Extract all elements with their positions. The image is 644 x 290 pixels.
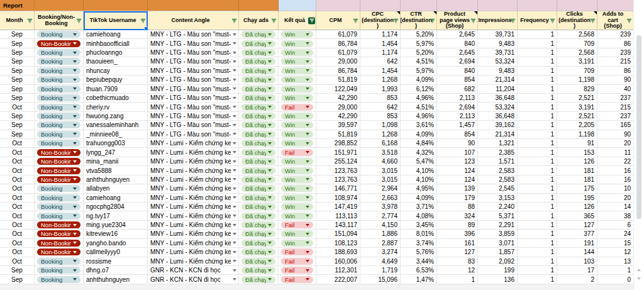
cell-frequency[interactable]: 1 bbox=[518, 103, 557, 111]
cell-cpm[interactable]: 147,419 bbox=[316, 203, 360, 211]
cell-ads[interactable]: Đã chạy bbox=[239, 184, 279, 193]
cell-ppv[interactable]: 161 bbox=[437, 239, 478, 248]
cell-cpc[interactable]: 1,454 bbox=[360, 67, 401, 75]
booking-chip[interactable]: Booking bbox=[37, 267, 80, 274]
cell-ads[interactable]: Đã chạy bbox=[239, 148, 279, 157]
cell-booking[interactable]: Booking bbox=[35, 48, 84, 57]
cell-booking[interactable]: Non-Booking bbox=[35, 166, 84, 175]
cell-ads[interactable]: Đã chạy bbox=[239, 211, 279, 220]
cell-ctr[interactable]: 4,10% bbox=[401, 176, 437, 184]
cell-cpm[interactable]: 29,000 bbox=[316, 57, 360, 66]
cell-ctr[interactable]: 4,32% bbox=[401, 148, 437, 157]
ads-chip[interactable]: Đã chạy bbox=[242, 203, 275, 210]
band-cell-ctr[interactable] bbox=[401, 0, 437, 11]
cell-angle[interactable]: MNY - Lumi - Kiểm chứng kem nền s bbox=[148, 148, 239, 157]
cell-username[interactable]: nhuncay bbox=[84, 67, 148, 75]
cell-cpm[interactable]: 29,000 bbox=[316, 103, 360, 111]
cell-ctr[interactable]: 3,74% bbox=[401, 239, 437, 248]
cell-month[interactable]: Oct bbox=[0, 194, 35, 203]
cell-ads[interactable]: Đã chạy bbox=[239, 121, 279, 130]
cell-cpc[interactable]: 1,098 bbox=[360, 121, 401, 130]
ads-chip[interactable]: Đã chạy bbox=[242, 185, 275, 192]
band-cell-result[interactable] bbox=[279, 0, 316, 11]
cell-frequency[interactable]: 1 bbox=[518, 184, 557, 193]
filter-icon[interactable] bbox=[429, 17, 436, 24]
band-cell-ppv[interactable] bbox=[437, 0, 478, 11]
cell-atc[interactable]: 239 bbox=[597, 48, 634, 57]
cell-booking[interactable]: Booking bbox=[35, 121, 84, 130]
cell-ppv[interactable]: 1 bbox=[437, 275, 478, 284]
cell-cpc[interactable]: 1,174 bbox=[360, 48, 401, 57]
cell-username[interactable]: cobethicmuado bbox=[84, 94, 148, 103]
cell-cpc[interactable]: 642 bbox=[360, 57, 401, 66]
booking-chip[interactable]: Booking bbox=[37, 76, 80, 83]
cell-clicks[interactable]: 17 bbox=[557, 266, 597, 275]
cell-clicks[interactable]: 153 bbox=[557, 148, 597, 157]
cell-clicks[interactable]: 191 bbox=[557, 239, 597, 248]
cell-booking[interactable]: Booking bbox=[35, 211, 84, 220]
cell-ppv[interactable]: 396 bbox=[437, 230, 478, 238]
cell-ppv[interactable]: 12 bbox=[437, 266, 478, 275]
cell-username[interactable]: allabyen bbox=[84, 184, 148, 193]
cell-ctr[interactable]: 5,20% bbox=[401, 48, 437, 57]
cell-username[interactable]: vtva5888 bbox=[84, 166, 148, 175]
result-chip[interactable]: Fail bbox=[281, 221, 313, 228]
cell-frequency[interactable]: 1 bbox=[518, 221, 557, 230]
booking-chip[interactable]: Booking bbox=[37, 113, 80, 120]
column-header-username[interactable]: TikTok Username bbox=[84, 11, 148, 30]
cell-ppv[interactable]: 89 bbox=[437, 221, 478, 230]
cell-username[interactable]: hwuong.zang bbox=[84, 112, 148, 121]
result-chip[interactable]: Win bbox=[281, 167, 313, 174]
cell-atc[interactable]: 237 bbox=[597, 94, 634, 103]
cell-cpc[interactable]: 853 bbox=[360, 112, 401, 121]
cell-cpc[interactable]: 2,774 bbox=[360, 211, 401, 220]
cell-booking[interactable]: Booking bbox=[35, 257, 84, 266]
cell-ctr[interactable]: 4,51% bbox=[401, 57, 437, 66]
cell-booking[interactable]: Booking bbox=[35, 112, 84, 121]
cell-booking[interactable]: Booking bbox=[35, 85, 84, 94]
cell-angle[interactable]: MNY - LTG - Màu son "must-have" bbox=[148, 57, 239, 66]
cell-result[interactable]: Win bbox=[279, 75, 316, 84]
cell-cpm[interactable]: 51,819 bbox=[316, 130, 360, 139]
booking-chip[interactable]: Booking bbox=[37, 104, 80, 111]
result-chip[interactable]: Win bbox=[281, 49, 313, 56]
ads-chip[interactable]: Đã chạy bbox=[242, 86, 275, 92]
cell-ctr[interactable]: 4,09% bbox=[401, 194, 437, 203]
cell-atc[interactable]: 20 bbox=[597, 194, 634, 203]
filter-icon[interactable] bbox=[589, 17, 596, 24]
cell-frequency[interactable]: 1 bbox=[518, 139, 557, 148]
cell-angle[interactable]: MNY - Lumi - Kiểm chứng kem nền s bbox=[148, 211, 239, 220]
cell-username[interactable]: thuan.7909 bbox=[84, 85, 148, 94]
chevron-down-icon[interactable] bbox=[233, 42, 236, 45]
cell-atc[interactable]: 90 bbox=[597, 130, 634, 139]
cell-impressions[interactable]: 21,314 bbox=[478, 75, 518, 84]
ads-chip[interactable]: Đã chạy bbox=[242, 167, 275, 174]
result-chip[interactable]: Fail bbox=[281, 276, 313, 283]
cell-result[interactable]: Win bbox=[279, 57, 316, 66]
cell-cpc[interactable]: 3,015 bbox=[360, 166, 401, 175]
ads-chip[interactable]: Đã chạy bbox=[242, 121, 275, 128]
cell-ppv[interactable]: 123 bbox=[437, 157, 478, 166]
filter-icon[interactable] bbox=[626, 17, 633, 24]
cell-clicks[interactable]: 1,198 bbox=[557, 75, 597, 84]
ads-chip[interactable]: Đã chạy bbox=[242, 158, 275, 165]
cell-username[interactable]: _minniee08_ bbox=[84, 130, 148, 139]
cell-cpm[interactable]: 123,763 bbox=[316, 176, 360, 184]
cell-month[interactable]: Sep bbox=[0, 112, 35, 121]
cell-ppv[interactable]: 124 bbox=[437, 166, 478, 175]
chevron-down-icon[interactable] bbox=[233, 224, 236, 226]
cell-cpm[interactable]: 113,113 bbox=[316, 211, 360, 220]
cell-clicks[interactable]: 144 bbox=[557, 248, 597, 257]
cell-atc[interactable]: 237 bbox=[597, 112, 634, 121]
cell-month[interactable]: Oct bbox=[0, 103, 35, 111]
ads-chip[interactable]: Đã chạy bbox=[242, 221, 275, 228]
cell-ads[interactable]: Đã chạy bbox=[239, 130, 279, 139]
cell-cpm[interactable]: 112,301 bbox=[316, 266, 360, 275]
column-header-cpm[interactable]: CPM bbox=[316, 11, 360, 30]
cell-cpc[interactable]: 1,886 bbox=[360, 230, 401, 238]
cell-result[interactable]: Win bbox=[279, 194, 316, 203]
cell-cpc[interactable]: 4,649 bbox=[360, 257, 401, 266]
ads-chip[interactable]: Đã chạy bbox=[242, 67, 275, 74]
booking-chip[interactable]: Non-Booking bbox=[37, 221, 80, 228]
cell-month[interactable]: Sep bbox=[0, 85, 35, 94]
